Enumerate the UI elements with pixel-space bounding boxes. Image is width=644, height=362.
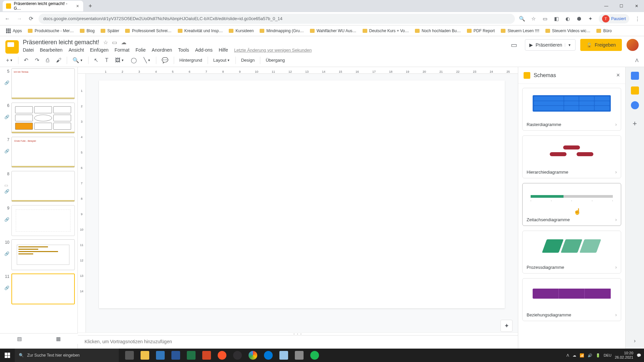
new-tab-button[interactable]: + — [86, 3, 95, 10]
tasks-icon[interactable] — [631, 101, 639, 109]
explorer-icon[interactable] — [138, 349, 152, 362]
notepad-icon[interactable] — [276, 349, 291, 362]
add-addon-icon[interactable]: + — [633, 119, 637, 128]
menu-tools[interactable]: Tools — [178, 47, 189, 53]
apps-button[interactable]: Apps — [3, 27, 24, 35]
zoom-fit-button[interactable]: 🔍▼ — [70, 55, 86, 65]
clock[interactable]: 10:20 26.02.2021 — [615, 351, 633, 360]
close-icon[interactable]: × — [616, 72, 620, 79]
thumb[interactable] — [11, 239, 75, 270]
tray-chevron-icon[interactable]: ᐱ — [567, 353, 569, 358]
bookmark-item[interactable]: Noch hochladen Bu… — [412, 27, 464, 35]
extensions-puzzle-icon[interactable]: ✦ — [587, 15, 594, 22]
language-indicator[interactable]: DEU — [604, 353, 611, 357]
cloud-status-icon[interactable]: ☁ — [121, 39, 126, 46]
undo-button[interactable]: ↶ — [21, 55, 31, 65]
slide-thumb-9[interactable]: 9 🔗 — [3, 205, 75, 236]
slides-logo-icon[interactable] — [5, 40, 19, 54]
word-icon[interactable] — [168, 349, 183, 362]
tab-close-icon[interactable]: × — [75, 4, 80, 8]
thumb[interactable] — [11, 103, 75, 133]
present-dropdown-icon[interactable]: ▼ — [565, 43, 571, 47]
bookmark-item[interactable]: Steuern Lesen !!!! — [498, 27, 542, 35]
present-button[interactable]: ▶ Präsentieren ▼ — [525, 39, 576, 51]
design-button[interactable]: Design — [238, 56, 257, 65]
chrome-icon[interactable] — [246, 349, 260, 362]
menu-view[interactable]: Ansicht — [68, 47, 84, 53]
slide-thumb-5[interactable]: 5 🔗 Ich bin Teresa — [3, 68, 75, 99]
close-window-button[interactable]: ✕ — [629, 1, 644, 11]
menu-file[interactable]: Datei — [23, 47, 34, 53]
bookmark-item[interactable]: Professionell Schrei… — [122, 27, 174, 35]
redo-button[interactable]: ↷ — [32, 55, 42, 65]
user-avatar[interactable] — [627, 39, 639, 51]
grid-view-icon[interactable]: ▦ — [56, 336, 61, 342]
image-tool[interactable]: 🖼▼ — [112, 55, 127, 65]
hide-rail-icon[interactable]: › — [634, 338, 636, 344]
volume-icon[interactable]: 🔊 — [588, 353, 592, 358]
comments-button[interactable]: ▭ — [508, 39, 520, 51]
slide-thumb-7[interactable]: 7 🔗 Erste Folie - Beispiel — [3, 137, 75, 168]
minimize-button[interactable]: — — [599, 1, 614, 11]
obs-icon[interactable] — [230, 349, 245, 362]
bookmark-star-icon[interactable]: ☆ — [530, 15, 537, 22]
notification-icon[interactable]: 💬 — [637, 353, 641, 358]
star-icon[interactable]: ☆ — [103, 39, 108, 46]
doc-title[interactable]: Präsentieren leicht gemacht! — [23, 39, 99, 46]
calendar-icon[interactable] — [631, 72, 639, 80]
thumb[interactable] — [11, 171, 75, 202]
slide-thumb-11[interactable]: 11 🔗 — [3, 274, 75, 304]
bookmark-item[interactable]: Mindmapping (Gru… — [257, 27, 306, 35]
bookmark-item[interactable]: Blog — [77, 27, 97, 35]
menu-edit[interactable]: Bearbeiten — [40, 47, 63, 53]
edge-legacy-icon[interactable] — [153, 349, 168, 362]
url-input[interactable]: docs.google.com/presentation/d/1yV372SO5… — [39, 14, 515, 24]
textbox-tool[interactable]: T — [102, 55, 111, 65]
share-button[interactable]: 🔒 Freigeben — [580, 39, 622, 51]
bookmark-item[interactable]: Wahlfächer WU Aus… — [307, 27, 359, 35]
zoom-icon[interactable]: 🔍 — [519, 15, 526, 22]
battery-icon[interactable]: 🔋 — [596, 353, 600, 358]
powerpoint-icon[interactable] — [199, 349, 214, 362]
schema-card-raster[interactable]: Rasterdiagramme› — [522, 88, 621, 131]
bookmark-item[interactable]: Produktsuche - Mer… — [25, 27, 76, 35]
background-button[interactable]: Hintergrund — [177, 56, 205, 65]
print-button[interactable]: ⎙ — [43, 55, 52, 65]
onedrive-icon[interactable]: ☁ — [573, 353, 576, 358]
extension-icon[interactable]: ⬢ — [576, 15, 583, 22]
bookmark-item[interactable]: Kursideen — [226, 27, 256, 35]
schema-card-process[interactable]: Prozessdiagramme› — [522, 231, 621, 274]
menu-insert[interactable]: Einfügen — [90, 47, 108, 53]
app-icon[interactable] — [292, 349, 307, 362]
taskbar-search[interactable]: 🔍 Zur Suche Text hier eingeben — [15, 349, 119, 362]
slide-canvas-area[interactable] — [86, 74, 518, 333]
bookmark-item[interactable]: Deutsche Kurs + Vo… — [360, 27, 412, 35]
maximize-button[interactable]: ☐ — [614, 1, 629, 11]
slide-thumb-6[interactable]: 6 🔗 — [3, 103, 75, 133]
comment-button[interactable]: 💬 — [159, 55, 171, 65]
new-slide-button[interactable]: +▼ — [3, 55, 15, 65]
line-tool[interactable]: ╲▼ — [141, 55, 153, 65]
paint-format-button[interactable]: 🖌 — [53, 55, 64, 65]
shape-tool[interactable]: ◯ — [128, 55, 140, 65]
move-icon[interactable]: ▭ — [112, 39, 117, 46]
filmstrip-view-icon[interactable]: ▤ — [17, 336, 22, 342]
menu-slide[interactable]: Folie — [136, 47, 146, 53]
schema-card-relationship[interactable]: Beziehungsdiagramme› — [522, 278, 621, 321]
brave-icon[interactable] — [215, 349, 229, 362]
slide-thumb-8[interactable]: 8 ▭🔗 — [3, 171, 75, 202]
menu-arrange[interactable]: Anordnen — [152, 47, 172, 53]
explore-button[interactable]: ✦ — [500, 320, 513, 332]
start-button[interactable] — [0, 349, 15, 362]
bookmark-item[interactable]: PDF Report — [464, 27, 497, 35]
schema-card-timeline[interactable]: ••••• Zeitachsendiagramme› ☝ — [522, 183, 621, 226]
keep-icon[interactable] — [631, 86, 639, 95]
chrome-menu-icon[interactable]: ⋮ — [634, 15, 641, 22]
profile-chip[interactable]: T Pausiert — [599, 14, 629, 23]
transition-button[interactable]: Übergang — [263, 56, 287, 65]
forward-button[interactable]: → — [15, 14, 23, 23]
slide-thumb-10[interactable]: 10 🔗 — [3, 239, 75, 270]
speaker-notes[interactable]: Klicken, um Vortragsnotizen hinzuzufügen — [78, 335, 518, 349]
thumb[interactable] — [11, 205, 75, 236]
menu-format[interactable]: Format — [115, 47, 129, 53]
